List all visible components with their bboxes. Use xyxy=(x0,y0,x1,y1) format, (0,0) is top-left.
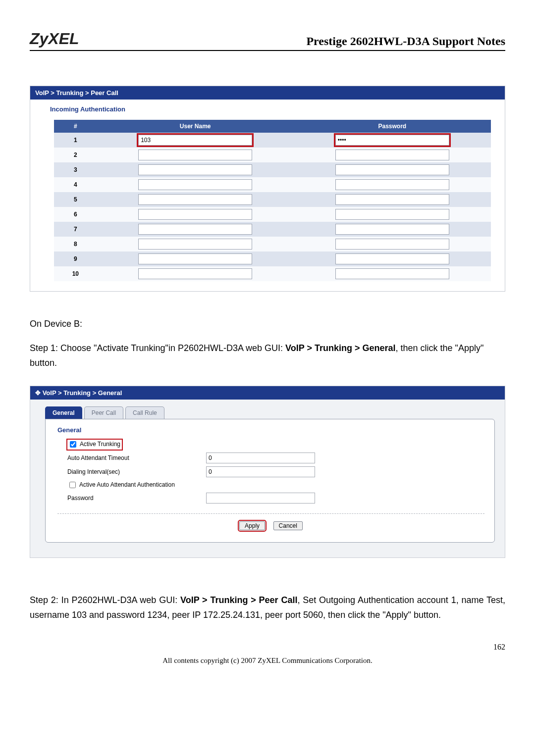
password-input[interactable] xyxy=(335,253,449,264)
row-index: 6 xyxy=(54,207,97,222)
cancel-button[interactable]: Cancel xyxy=(273,521,303,530)
table-row: 7 xyxy=(54,222,490,237)
username-input[interactable] xyxy=(138,194,252,205)
password-input[interactable] xyxy=(335,179,449,190)
username-input[interactable] xyxy=(138,179,252,190)
username-input[interactable] xyxy=(138,239,252,250)
password-input[interactable] xyxy=(335,209,449,220)
table-row: 8 xyxy=(54,237,490,252)
table-row: 3 xyxy=(54,162,490,177)
document-title: Prestige 2602HWL-D3A Support Notes xyxy=(306,35,505,48)
section-heading: Incoming Authentication xyxy=(45,101,500,120)
password-input[interactable] xyxy=(335,164,449,175)
password-input[interactable] xyxy=(335,268,449,279)
password-input[interactable] xyxy=(335,150,449,160)
table-row: 2 xyxy=(54,148,490,162)
tab-bar: General Peer Call Call Rule xyxy=(45,406,495,419)
step2-text: Step 2: In P2602HWL-D3A web GUI: VoIP > … xyxy=(30,593,505,623)
brand-logo: ZyXEL xyxy=(30,30,79,48)
password-input[interactable] xyxy=(206,493,315,504)
copyright-text: All contents copyright (c) 2007 ZyXEL Co… xyxy=(30,656,505,665)
dialing-interval-input[interactable] xyxy=(206,466,315,477)
apply-button[interactable]: Apply xyxy=(239,521,265,530)
crumb-icon: ✥ xyxy=(35,389,41,397)
tab-general[interactable]: General xyxy=(45,406,82,419)
username-input[interactable] xyxy=(138,253,252,264)
general-panel: ✥ VoIP > Trunking > General General Peer… xyxy=(30,386,505,558)
col-index: # xyxy=(54,120,97,133)
col-username: User Name xyxy=(97,120,294,133)
section-heading: General xyxy=(57,426,484,434)
table-row: 9 xyxy=(54,252,490,266)
row-index: 5 xyxy=(54,192,97,207)
row-index: 3 xyxy=(54,162,97,177)
auto-timeout-input[interactable] xyxy=(206,453,315,463)
auto-timeout-label: Auto Attendant Timeout xyxy=(67,454,206,461)
page-number: 162 xyxy=(30,643,505,652)
table-row: 10 xyxy=(54,266,490,281)
row-index: 1 xyxy=(54,133,97,148)
username-input[interactable] xyxy=(138,268,252,279)
password-input[interactable] xyxy=(335,224,449,235)
table-row: 5 xyxy=(54,192,490,207)
step1-text: Step 1: Choose "Activate Trunking"in P26… xyxy=(30,341,505,371)
table-row: 4 xyxy=(54,177,490,192)
row-index: 7 xyxy=(54,222,97,237)
row-index: 10 xyxy=(54,266,97,281)
breadcrumb: VoIP > Trunking > Peer Call xyxy=(30,86,505,100)
auth-table: # User Name Password 1 2 3 4 5 6 7 8 9 1… xyxy=(54,120,490,281)
password-input[interactable] xyxy=(335,239,449,250)
active-trunking-label: Active Trunking xyxy=(80,441,120,448)
dialing-interval-label: Dialing Interval(sec) xyxy=(67,468,206,475)
peer-call-panel: VoIP > Trunking > Peer Call Incoming Aut… xyxy=(30,86,505,292)
password-input[interactable] xyxy=(335,135,449,146)
username-input[interactable] xyxy=(138,135,252,146)
password-label: Password xyxy=(67,495,206,502)
table-row: 1 xyxy=(54,133,490,148)
username-input[interactable] xyxy=(138,224,252,235)
tab-call-rule[interactable]: Call Rule xyxy=(125,406,164,419)
breadcrumb: ✥ VoIP > Trunking > General xyxy=(30,386,505,400)
on-device-label: On Device B: xyxy=(30,316,505,332)
password-input[interactable] xyxy=(335,194,449,205)
username-input[interactable] xyxy=(138,164,252,175)
active-trunking-checkbox[interactable] xyxy=(70,441,76,448)
active-auth-label: Active Auto Attendant Authentication xyxy=(79,481,175,488)
row-index: 4 xyxy=(54,177,97,192)
row-index: 9 xyxy=(54,252,97,266)
active-auth-checkbox[interactable] xyxy=(69,482,76,488)
table-row: 6 xyxy=(54,207,490,222)
col-password: Password xyxy=(294,120,491,133)
row-index: 8 xyxy=(54,237,97,252)
username-input[interactable] xyxy=(138,150,252,160)
row-index: 2 xyxy=(54,148,97,162)
tab-peer-call[interactable]: Peer Call xyxy=(84,406,123,419)
username-input[interactable] xyxy=(138,209,252,220)
